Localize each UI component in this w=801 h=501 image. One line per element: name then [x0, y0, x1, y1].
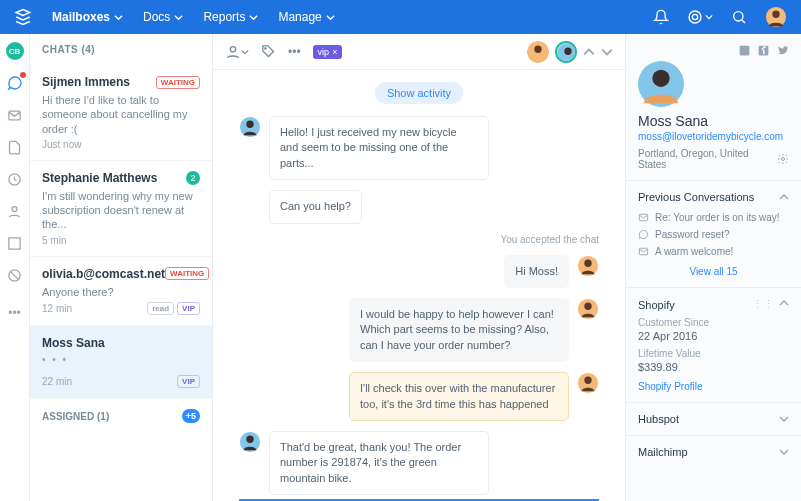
- field-label: Lifetime Value: [638, 348, 789, 359]
- chevron-up-icon[interactable]: [583, 46, 595, 58]
- facebook-icon[interactable]: [757, 44, 770, 57]
- chat-name: Sijmen Immens: [42, 75, 130, 89]
- message-bubble: That'd be great, thank you! The order nu…: [269, 431, 489, 495]
- show-activity-button[interactable]: Show activity: [375, 82, 463, 104]
- svg-point-22: [584, 377, 591, 384]
- prev-conv-label: A warm welcome!: [655, 246, 733, 257]
- rail-blocked[interactable]: [6, 266, 24, 284]
- nav-label: Manage: [278, 10, 321, 24]
- rail-tag[interactable]: [6, 234, 24, 252]
- chevron-down-icon[interactable]: [601, 46, 613, 58]
- customer-name: Moss Sana: [638, 113, 789, 129]
- nav-manage[interactable]: Manage: [278, 10, 334, 24]
- chat-preview: Hi there I'd like to talk to someone abo…: [42, 93, 200, 136]
- nav-docs[interactable]: Docs: [143, 10, 183, 24]
- rail-chats[interactable]: [6, 74, 24, 92]
- customer-avatar-icon: [239, 431, 261, 453]
- vip-pill: VIP: [177, 302, 200, 315]
- shopify-header[interactable]: Shopify⋮⋮: [638, 298, 789, 311]
- message-row: Hi Moss!: [239, 255, 599, 288]
- mailchimp-header[interactable]: Mailchimp: [638, 446, 789, 458]
- view-all-link[interactable]: View all 15: [638, 266, 789, 277]
- assigned-header[interactable]: ASSIGNED (1) +5: [30, 399, 212, 433]
- vip-pill: VIP: [177, 375, 200, 388]
- chat-item[interactable]: Sijmen ImmensWAITING Hi there I'd like t…: [30, 65, 212, 161]
- message-bubble: Hi Moss!: [504, 255, 569, 288]
- chat-item[interactable]: Stephanie Matthews2 I'm still wondering …: [30, 161, 212, 257]
- nav-label: Mailboxes: [52, 10, 110, 24]
- svg-point-12: [534, 45, 541, 52]
- nav-label: Docs: [143, 10, 170, 24]
- svg-point-18: [584, 259, 591, 266]
- rail-folder[interactable]: [6, 170, 24, 188]
- rail-badge[interactable]: CB: [6, 42, 24, 60]
- prev-conv-item[interactable]: A warm welcome!: [638, 243, 789, 260]
- field-value: $339.89: [638, 361, 789, 373]
- chat-item[interactable]: olivia.b@comcast.netWAITING Anyone there…: [30, 257, 212, 326]
- tag-icon[interactable]: [261, 44, 276, 59]
- agent-avatar-icon: [577, 372, 599, 394]
- prev-conv-item[interactable]: Re: Your order is on its way!: [638, 209, 789, 226]
- linkedin-icon[interactable]: [738, 44, 751, 57]
- svg-point-16: [246, 121, 253, 128]
- search-icon[interactable]: [731, 9, 747, 25]
- svg-point-14: [564, 47, 571, 54]
- nav-label: Reports: [203, 10, 245, 24]
- message-row: Can you help?: [239, 190, 599, 223]
- prev-conv-label: Re: Your order is on its way!: [655, 212, 780, 223]
- app-logo: [14, 8, 32, 26]
- chat-item-selected[interactable]: Moss Sana • • • 22 minVIP: [30, 326, 212, 399]
- message-row: Hello! I just received my new bicycle an…: [239, 116, 599, 180]
- agent-avatar-icon: [577, 298, 599, 320]
- rail-mail[interactable]: [6, 106, 24, 124]
- customer-email[interactable]: moss@ilovetoridemybicycle.com: [638, 131, 789, 142]
- chat-preview: Anyone there?: [42, 285, 200, 299]
- vip-tag[interactable]: vip×: [313, 45, 343, 59]
- nav-reports[interactable]: Reports: [203, 10, 258, 24]
- unread-count: 2: [186, 171, 200, 185]
- svg-point-10: [265, 48, 266, 49]
- waiting-pill: WAITING: [165, 267, 209, 280]
- drag-icon[interactable]: ⋮⋮: [752, 298, 774, 311]
- message-bubble: I would be happy to help however I can! …: [349, 298, 569, 362]
- chat-time: Just now: [42, 139, 81, 150]
- chatlist-header: CHATS (4): [30, 34, 212, 65]
- twitter-icon[interactable]: [776, 44, 789, 57]
- chevron-up-icon: [779, 298, 789, 311]
- user-avatar[interactable]: [765, 6, 787, 28]
- rail-more[interactable]: •••: [6, 304, 24, 322]
- waiting-pill: WAITING: [156, 76, 200, 89]
- svg-point-9: [230, 46, 235, 51]
- apps-icon[interactable]: [687, 9, 713, 25]
- participant-avatar-active[interactable]: [555, 41, 577, 63]
- chat-time: 12 min: [42, 303, 72, 314]
- conversation-header: ••• vip×: [213, 34, 625, 70]
- message-row: I would be happy to help however I can! …: [239, 298, 599, 362]
- section-title: Shopify: [638, 299, 675, 311]
- conversation-pane: ••• vip× Show activity Hello! I just rec…: [213, 34, 626, 501]
- participant-avatar[interactable]: [527, 41, 549, 63]
- nav-mailboxes[interactable]: Mailboxes: [52, 10, 123, 24]
- customer-avatar: [638, 61, 684, 107]
- message-row: That'd be great, thank you! The order nu…: [239, 431, 599, 495]
- prev-conversations-header[interactable]: Previous Conversations: [638, 191, 789, 203]
- svg-point-28: [652, 70, 669, 87]
- prev-conv-item[interactable]: Password reset?: [638, 226, 789, 243]
- status-text: You accepted the chat: [239, 234, 599, 245]
- assign-icon[interactable]: [225, 44, 249, 60]
- chevron-down-icon: [779, 414, 789, 424]
- rail-drafts[interactable]: [6, 138, 24, 156]
- note-bubble: I'll check this over with the manufactur…: [349, 372, 569, 421]
- message-bubble: Can you help?: [269, 190, 362, 223]
- read-pill: read: [147, 302, 174, 315]
- svg-point-4: [772, 11, 779, 18]
- gear-icon[interactable]: [777, 153, 789, 165]
- bell-icon[interactable]: [653, 9, 669, 25]
- more-icon[interactable]: •••: [288, 45, 301, 59]
- section-title: Mailchimp: [638, 446, 688, 458]
- hubspot-header[interactable]: Hubspot: [638, 413, 789, 425]
- rail-users[interactable]: [6, 202, 24, 220]
- chat-list: CHATS (4) Sijmen ImmensWAITING Hi there …: [30, 34, 213, 501]
- chat-name: Moss Sana: [42, 336, 105, 350]
- shopify-profile-link[interactable]: Shopify Profile: [638, 381, 789, 392]
